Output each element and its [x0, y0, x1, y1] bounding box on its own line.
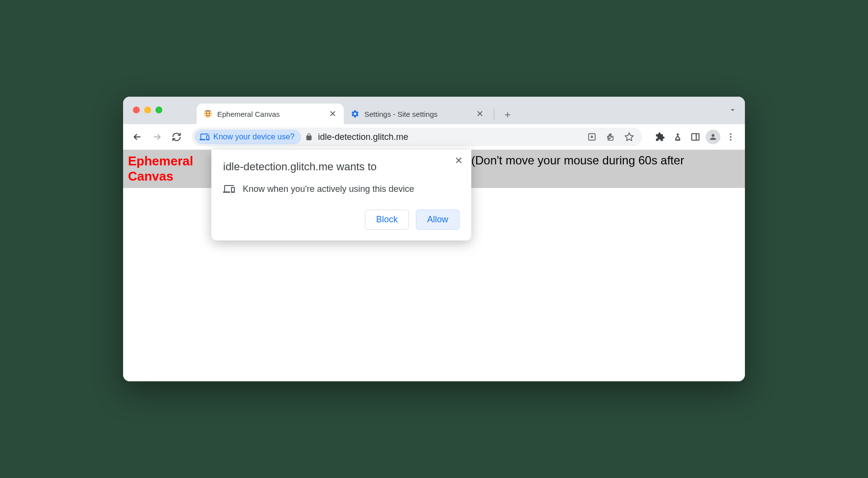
address-actions [584, 129, 637, 145]
tab-settings[interactable]: Settings - Site settings ✕ [344, 104, 491, 124]
reload-button[interactable] [168, 129, 185, 145]
face-icon [204, 109, 212, 118]
popup-title: idle-detection.glitch.me wants to [223, 160, 460, 173]
person-icon [706, 130, 720, 144]
allow-button[interactable]: Allow [416, 210, 460, 230]
popup-permission-text: Know when you're actively using this dev… [243, 184, 414, 194]
devices-icon [223, 183, 235, 195]
sidepanel-icon[interactable] [687, 129, 704, 145]
url-text: idle-detection.glitch.me [318, 132, 408, 142]
page-instruction: (Don't move your mouse during 60s after [471, 154, 684, 167]
permission-popup: ✕ idle-detection.glitch.me wants to Know… [211, 150, 471, 240]
tab-title: Ephemeral Canvas [217, 110, 323, 118]
close-tab-button[interactable]: ✕ [328, 109, 337, 118]
new-tab-button[interactable] [500, 107, 515, 122]
maximize-window-button[interactable] [155, 106, 162, 113]
tabs-dropdown-button[interactable] [728, 106, 737, 114]
svg-point-9 [730, 139, 731, 140]
address-bar[interactable]: Know your device use? idle-detection.gli… [192, 128, 642, 146]
window-controls [133, 106, 162, 113]
back-button[interactable] [129, 129, 146, 145]
permission-chip[interactable]: Know your device use? [195, 130, 301, 144]
menu-button[interactable] [722, 129, 739, 145]
popup-buttons: Block Allow [223, 210, 460, 230]
forward-button[interactable] [149, 129, 165, 145]
url-area: idle-detection.glitch.me [305, 132, 580, 142]
tabs-container: Ephemeral Canvas ✕ Settings - Site setti… [197, 97, 515, 124]
tab-title: Settings - Site settings [364, 110, 470, 118]
lock-icon[interactable] [305, 133, 313, 141]
tab-separator [494, 108, 494, 120]
share-icon[interactable] [603, 129, 618, 145]
block-button[interactable]: Block [365, 210, 409, 230]
tab-ephemeral-canvas[interactable]: Ephemeral Canvas ✕ [197, 104, 344, 124]
svg-rect-5 [692, 133, 699, 140]
page-title: Ephemeral Canvas [128, 154, 206, 184]
tab-strip: Ephemeral Canvas ✕ Settings - Site setti… [123, 97, 745, 124]
flask-icon[interactable] [669, 129, 686, 145]
gear-icon [351, 109, 359, 118]
close-window-button[interactable] [133, 106, 140, 113]
toolbar-actions [652, 129, 739, 145]
svg-point-7 [730, 133, 731, 135]
close-tab-button[interactable]: ✕ [475, 109, 484, 118]
svg-point-2 [209, 113, 210, 114]
bookmark-star-icon[interactable] [621, 129, 637, 145]
svg-point-8 [730, 136, 731, 137]
page-content: Ephemeral Canvas (Don't move your mouse … [123, 150, 745, 381]
extensions-icon[interactable] [652, 129, 668, 145]
permission-chip-label: Know your device use? [213, 133, 294, 141]
devices-icon [200, 132, 209, 142]
svg-point-1 [206, 113, 207, 114]
browser-window: Ephemeral Canvas ✕ Settings - Site setti… [123, 97, 745, 381]
install-icon[interactable] [584, 129, 600, 145]
minimize-window-button[interactable] [144, 106, 151, 113]
profile-button[interactable] [705, 129, 721, 145]
close-popup-button[interactable]: ✕ [453, 155, 464, 166]
popup-permission-row: Know when you're actively using this dev… [223, 183, 460, 195]
toolbar: Know your device use? idle-detection.gli… [123, 124, 745, 150]
